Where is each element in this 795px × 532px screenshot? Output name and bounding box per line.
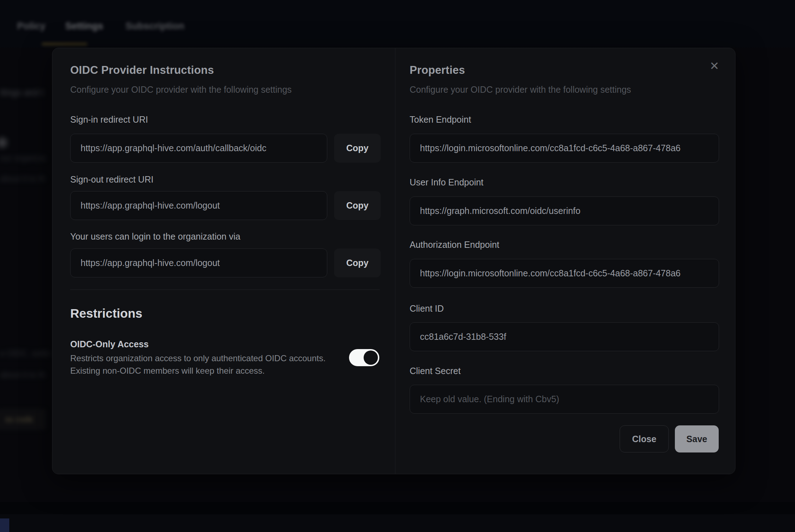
client-id-input[interactable] [410, 322, 719, 351]
token-endpoint-input[interactable] [410, 134, 719, 163]
signin-redirect-label: Sign-in redirect URI [70, 114, 148, 125]
authorization-endpoint-label: Authorization Endpoint [410, 240, 499, 250]
authorization-endpoint-input[interactable] [410, 259, 719, 288]
column-divider [395, 48, 395, 474]
client-secret-input[interactable] [410, 385, 719, 414]
save-button[interactable]: Save [675, 425, 719, 452]
toggle-knob [364, 351, 378, 365]
instructions-title: OIDC Provider Instructions [70, 64, 214, 77]
properties-subtitle: Configure your OIDC provider with the fo… [410, 85, 631, 95]
client-id-label: Client ID [410, 303, 444, 314]
oidc-only-toggle[interactable] [349, 349, 379, 366]
properties-title: Properties [410, 64, 465, 77]
login-via-input[interactable] [70, 249, 327, 277]
corner-accent [0, 518, 9, 532]
client-secret-label: Client Secret [410, 366, 461, 376]
token-endpoint-label: Token Endpoint [410, 114, 471, 125]
userinfo-endpoint-label: User Info Endpoint [410, 177, 483, 188]
instructions-subtitle: Configure your OIDC provider with the fo… [70, 85, 292, 95]
signin-redirect-input[interactable] [70, 134, 327, 163]
restrictions-heading: Restrictions [70, 306, 142, 321]
login-via-label: Your users can login to the organization… [70, 231, 240, 242]
signout-redirect-input[interactable] [70, 191, 327, 220]
section-divider [70, 290, 380, 290]
copy-signout-button[interactable]: Copy [334, 191, 381, 220]
oidc-only-description: Existing non-OIDC members will keep thei… [70, 366, 265, 376]
oidc-settings-dialog: ✕ OIDC Provider Instructions Configure y… [52, 48, 735, 474]
copy-signin-button[interactable]: Copy [334, 134, 381, 163]
oidc-only-description: Restricts organization access to only au… [70, 353, 325, 363]
signout-redirect-label: Sign-out redirect URI [70, 174, 153, 185]
close-button[interactable]: Close [620, 425, 669, 452]
userinfo-endpoint-input[interactable] [410, 196, 719, 225]
oidc-only-access-label: OIDC-Only Access [70, 339, 149, 349]
close-icon[interactable]: ✕ [706, 57, 723, 75]
copy-login-via-button[interactable]: Copy [334, 249, 381, 277]
